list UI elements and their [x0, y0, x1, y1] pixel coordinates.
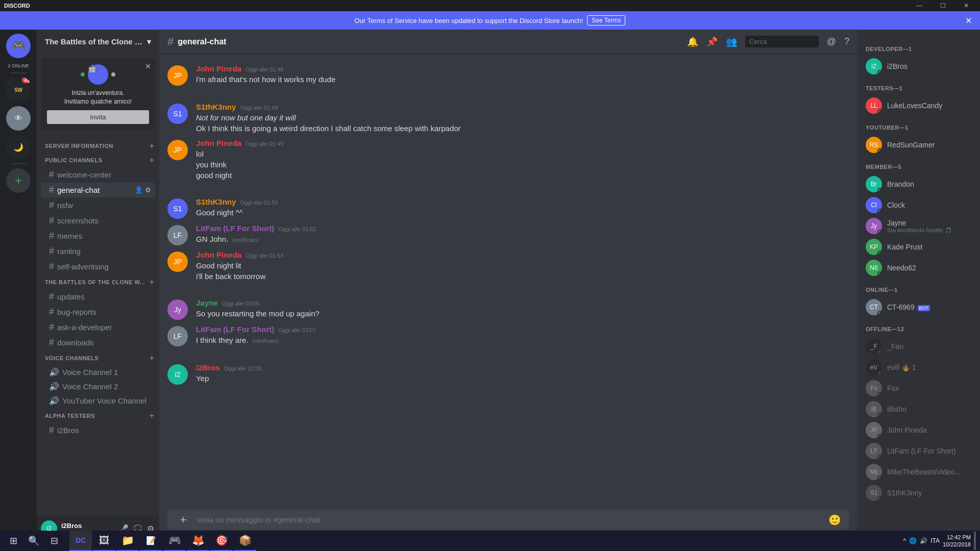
member-s1th-offline[interactable]: S1 S1thK3nny — [862, 483, 976, 503]
server-icon-2[interactable]: 👁 — [6, 106, 31, 131]
member-fox[interactable]: Fx Fox — [862, 378, 976, 398]
section-public-channels[interactable]: PUBLIC CHANNELS + — [37, 153, 159, 167]
taskbar-app-word[interactable]: 📝 — [140, 531, 162, 551]
tray-lang[interactable]: ITA — [930, 537, 940, 544]
see-terms-button[interactable]: See Terms — [587, 15, 625, 26]
msg-author-4: S1thK3nny — [196, 197, 236, 206]
announcement-bar: Our Terms of Service have been updated t… — [0, 11, 980, 30]
add-member-icon[interactable]: 👤 — [135, 186, 143, 194]
channel-voice-1[interactable]: 🔊 Voice Channel 1 — [41, 365, 155, 379]
taskbar: ⊞ 🔍 ⊟ DC 🖼 📁 📝 🎮 🦊 🎯 📦 ^ 🌐 🔊 ITA 12:42 P… — [0, 531, 980, 551]
channel-nsfw[interactable]: # nsfw — [41, 198, 155, 213]
channel-bug-reports[interactable]: # bug-reports — [41, 305, 155, 319]
name-needo: Needo62 — [887, 264, 972, 272]
member-ct6969[interactable]: CT CT-6969 BOT — [862, 297, 976, 317]
section-alpha-add[interactable]: + — [149, 411, 155, 420]
maximize-button[interactable]: ☐ — [931, 0, 954, 11]
avatar-member-i2bros: i2 — [866, 58, 882, 74]
taskbar-app-ps[interactable]: 🖼 — [93, 531, 115, 551]
tray-network-icon[interactable]: 🌐 — [909, 537, 917, 544]
section-voice-add[interactable]: + — [149, 354, 155, 363]
member-lukeloves[interactable]: LL LukeLovesCandy — [862, 95, 976, 116]
channel-memes[interactable]: # memes — [41, 229, 155, 243]
emoji-button[interactable]: 🙂 — [828, 514, 841, 526]
member-i2bros[interactable]: i2 i2Bros — [862, 56, 976, 77]
member-clock[interactable]: Cl Clock — [862, 195, 976, 215]
msg-content-8: LitFam (LF For Short) Oggi alle 03:07 I … — [196, 325, 849, 346]
section-voice-channels[interactable]: VOICE CHANNELS + — [37, 350, 159, 365]
window-controls: — ☐ ✕ — [908, 0, 978, 11]
members-list-icon[interactable]: 👥 — [726, 36, 737, 47]
show-desktop-button[interactable] — [974, 532, 976, 550]
member-redsun[interactable]: RS RedSunGamer — [862, 135, 976, 155]
settings-icon[interactable]: ⚙ — [145, 186, 151, 194]
status-litfam-offline — [877, 455, 882, 459]
taskbar-clock[interactable]: 12:42 PM 10/22/2018 — [943, 534, 971, 548]
discord-app-icon[interactable]: 🎮 — [6, 34, 31, 58]
close-button[interactable]: ✕ — [954, 0, 978, 11]
channel-downloads[interactable]: # downloads — [41, 335, 155, 350]
taskbar-app-explorer[interactable]: 📁 — [116, 531, 139, 551]
notification-bell-icon[interactable]: 🔔 — [687, 36, 698, 47]
taskbar-app-5[interactable]: 🎯 — [210, 531, 233, 551]
taskbar-app-6[interactable]: 📦 — [234, 531, 256, 551]
member-kade[interactable]: KP Kade Prust — [862, 237, 976, 257]
section-server-info[interactable]: SERVER INFORMATION + — [37, 138, 159, 153]
avatar-needo: N6 — [866, 260, 882, 276]
section-clone-wars-add[interactable]: + — [149, 278, 155, 287]
channel-self-advertising[interactable]: # self-advertising — [41, 259, 155, 274]
taskbar-app-discord[interactable]: DC — [69, 531, 92, 551]
section-public-add[interactable]: + — [149, 156, 155, 165]
server-icon-starwars[interactable]: SW 31 — [6, 78, 31, 102]
member-brandon[interactable]: Br Brandon — [862, 174, 976, 194]
verified-badge-1: (verificato) — [233, 237, 259, 243]
status-john-offline — [877, 434, 882, 438]
taskbar-app-firefox[interactable]: 🦊 — [187, 531, 209, 551]
status-needo — [877, 271, 882, 276]
server-icon-3[interactable]: 🌙 — [6, 135, 31, 159]
member-evill[interactable]: eV evill 🔥 1 — [862, 357, 976, 378]
channel-welcome-center[interactable]: # welcome-center — [41, 167, 155, 182]
channel-voice-2[interactable]: 🔊 Voice Channel 2 — [41, 380, 155, 393]
invite-popup-close[interactable]: ✕ — [145, 62, 151, 70]
channel-voice-yt[interactable]: 🔊 YouTuber Voice Channel — [41, 394, 155, 408]
tray-volume-icon[interactable]: 🔊 — [920, 537, 927, 544]
taskbar-app-game[interactable]: 🎮 — [163, 531, 186, 551]
channel-hash-icon: # — [167, 35, 174, 48]
member-jayne[interactable]: Jy Jayne Sta ascoltando Spotify 🎵 — [862, 216, 976, 236]
help-icon[interactable]: ? — [844, 36, 849, 47]
task-view-button[interactable]: ⊟ — [45, 532, 63, 550]
section-clone-wars[interactable]: THE BATTLES OF THE CLONE W... + — [37, 274, 159, 289]
tray-chevron[interactable]: ^ — [903, 537, 906, 544]
channel-updates[interactable]: # updates — [41, 289, 155, 304]
channel-name-welcome: welcome-center — [57, 170, 151, 179]
search-taskbar-button[interactable]: 🔍 — [24, 532, 43, 550]
pin-icon[interactable]: 📌 — [706, 36, 718, 47]
start-button[interactable]: ⊞ — [4, 532, 22, 550]
channel-ranting[interactable]: # ranting — [41, 244, 155, 259]
channel-general-chat[interactable]: # general-chat 👤 ⚙ — [41, 183, 155, 197]
message-input[interactable] — [197, 510, 822, 530]
invite-button[interactable]: Invita — [47, 110, 149, 124]
member-fari[interactable]: _F _Fari — [862, 336, 976, 357]
avatar-dots: 🤖 — [81, 64, 115, 85]
member-mike[interactable]: Mk MikeTheBeastsVideo... — [862, 462, 976, 482]
member-john-offline[interactable]: JP John Pineda — [862, 420, 976, 440]
add-attachment-button[interactable]: + — [176, 512, 191, 528]
channel-i2bros[interactable]: # i2Bros — [41, 423, 155, 438]
announcement-close-icon[interactable]: ✕ — [965, 16, 972, 26]
at-icon[interactable]: @ — [827, 36, 836, 47]
avatar-evill: eV — [866, 359, 882, 375]
member-needo[interactable]: N6 Needo62 — [862, 258, 976, 278]
member-ibisho[interactable]: iB iBisho — [862, 399, 976, 419]
channel-ask-dev[interactable]: # ask-a-developer — [41, 320, 155, 335]
minimize-button[interactable]: — — [908, 0, 931, 11]
msg-header-1: John Pineda Oggi alle 01:48 — [196, 64, 849, 73]
section-server-info-add[interactable]: + — [149, 141, 155, 151]
member-litfam-offline[interactable]: LF LitFam (LF For Short) — [862, 441, 976, 461]
channel-screenshots[interactable]: # screenshots — [41, 213, 155, 228]
add-server-button[interactable]: + — [6, 168, 31, 193]
search-input[interactable] — [745, 36, 819, 47]
server-header[interactable]: The Battles of the Clone W... ▾ — [37, 30, 159, 54]
section-alpha-testers[interactable]: ALPHA TESTERS + — [37, 408, 159, 422]
